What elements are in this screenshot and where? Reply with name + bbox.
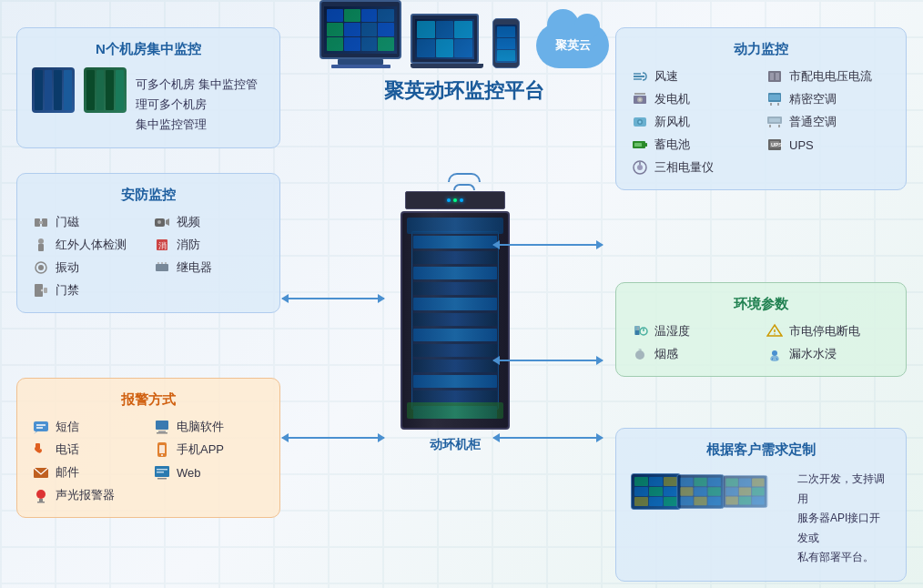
env-item-water: 漏水水浸 <box>766 345 891 363</box>
env-item-smoke: 烟感 <box>631 345 756 363</box>
power-item-generator: 发电机 <box>631 90 756 108</box>
fire-icon: 消 <box>153 236 171 254</box>
svg-point-6 <box>38 238 44 244</box>
datacenter-photo-1 <box>32 67 75 113</box>
security-item-access: 门禁 <box>32 281 144 299</box>
generator-icon <box>631 90 649 108</box>
security-item-video: 视频 <box>153 213 265 231</box>
power-items: 风速 市配电电压电流 发电机 精密空调 <box>631 67 891 177</box>
arrow-left-bottom <box>282 437 384 439</box>
svg-point-5 <box>157 220 161 224</box>
fresh-air-icon <box>631 113 649 131</box>
alarm-title: 报警方式 <box>32 391 265 409</box>
datacenter-photo-2 <box>84 67 127 113</box>
power-item-wind: 风速 <box>631 67 756 86</box>
phone-icon <box>32 441 50 459</box>
svg-marker-4 <box>166 218 169 226</box>
svg-rect-34 <box>157 478 167 480</box>
ups-icon: UPS <box>766 136 784 154</box>
svg-rect-33 <box>157 471 164 473</box>
cabinet-area: 动环机柜 <box>382 191 528 453</box>
water-leak-icon <box>766 345 784 363</box>
svg-rect-23 <box>156 421 168 430</box>
svg-rect-69 <box>635 330 639 335</box>
svg-rect-37 <box>37 502 45 503</box>
svg-point-18 <box>41 289 43 291</box>
vibration-icon <box>32 259 50 277</box>
alarm-item-phone: 电话 <box>32 441 144 459</box>
power-monitoring-title: 动力监控 <box>631 41 891 58</box>
env-item-power-off: 市电停电断电 <box>766 322 891 340</box>
svg-point-46 <box>639 98 642 101</box>
svg-rect-43 <box>776 73 779 80</box>
svg-rect-60 <box>645 143 647 147</box>
alarm-item-email: 邮件 <box>32 463 144 482</box>
security-item-infrared: 红外人体检测 <box>32 236 144 254</box>
smoke-icon <box>631 345 649 363</box>
arrow-right-bottom <box>493 437 603 439</box>
security-item-relay: 继电器 <box>153 259 265 277</box>
svg-marker-20 <box>34 431 37 434</box>
arrow-left-middle <box>282 298 384 299</box>
svg-point-66 <box>637 165 643 170</box>
cloud-label: 聚英云 <box>555 37 591 54</box>
svg-text:UPS: UPS <box>771 142 782 147</box>
svg-rect-42 <box>770 73 774 80</box>
svg-point-76 <box>774 333 776 335</box>
security-item-vibration: 振动 <box>32 259 144 277</box>
security-card: 安防监控 门磁 视频 红外人体检测 <box>16 173 280 313</box>
power-meter-icon <box>631 158 649 177</box>
security-item-1: 门磁 <box>32 213 144 231</box>
monitor-device <box>320 0 401 68</box>
normal-ac-icon <box>766 113 784 131</box>
svg-rect-25 <box>157 432 167 434</box>
datacenter-monitoring-title: N个机房集中监控 <box>32 41 265 58</box>
cabinet-label: 动环机柜 <box>430 437 481 453</box>
svg-rect-28 <box>159 445 165 453</box>
custom-card: 根据客户需求定制 二次开发 <box>615 428 907 582</box>
svg-rect-24 <box>158 431 166 432</box>
custom-title: 根据客户需求定制 <box>631 441 891 459</box>
svg-point-78 <box>772 350 777 356</box>
battery-icon <box>631 136 649 154</box>
custom-screens <box>631 473 788 510</box>
arrow-right-top <box>493 244 603 246</box>
alarm-item-app: 手机APP <box>153 441 265 459</box>
phone-device <box>492 18 520 68</box>
svg-point-11 <box>38 265 44 270</box>
alarm-item-sms: 短信 <box>32 418 144 436</box>
svg-rect-17 <box>44 288 47 293</box>
power-item-precision-ac: 精密空调 <box>766 90 891 108</box>
env-item-temp: 温湿度 <box>631 322 756 340</box>
svg-point-35 <box>36 490 46 499</box>
arrow-right-middle <box>493 360 603 361</box>
security-items: 门磁 视频 红外人体检测 消 消防 <box>32 213 265 299</box>
power-item-ups: UPS UPS <box>766 136 891 154</box>
svg-rect-7 <box>38 244 44 251</box>
platform-title: 聚英动环监控平台 <box>309 77 619 105</box>
env-title: 环境参数 <box>631 296 891 313</box>
wind-icon <box>631 67 649 86</box>
alarm-items: 短信 电脑软件 电话 手机APP <box>32 418 265 504</box>
power-item-battery: 蓄电池 <box>631 136 756 154</box>
alarm-item-web: Web <box>153 463 265 482</box>
power-off-icon <box>766 322 784 340</box>
alarm-item-light: 声光报警器 <box>32 486 144 504</box>
datacenter-monitoring-card: N个机房集中监控 可多个机房 <box>16 27 280 148</box>
door-magnet-icon <box>32 213 50 231</box>
svg-rect-56 <box>769 118 780 122</box>
platform-area: 聚英云 聚英动环监控平台 <box>309 0 619 105</box>
env-params-card: 环境参数 温湿度 市电停电断电 烟感 <box>615 282 907 377</box>
web-icon <box>153 463 171 482</box>
svg-rect-19 <box>34 421 48 431</box>
temp-humidity-icon <box>631 322 649 340</box>
svg-rect-2 <box>39 221 43 224</box>
voltage-icon <box>766 67 784 86</box>
access-control-icon <box>32 281 50 299</box>
svg-rect-36 <box>39 499 43 502</box>
sms-icon <box>32 418 50 436</box>
pc-software-icon <box>153 418 171 436</box>
svg-point-54 <box>639 121 642 124</box>
power-item-voltage: 市配电电压电流 <box>766 67 891 86</box>
mobile-app-icon <box>153 441 171 459</box>
